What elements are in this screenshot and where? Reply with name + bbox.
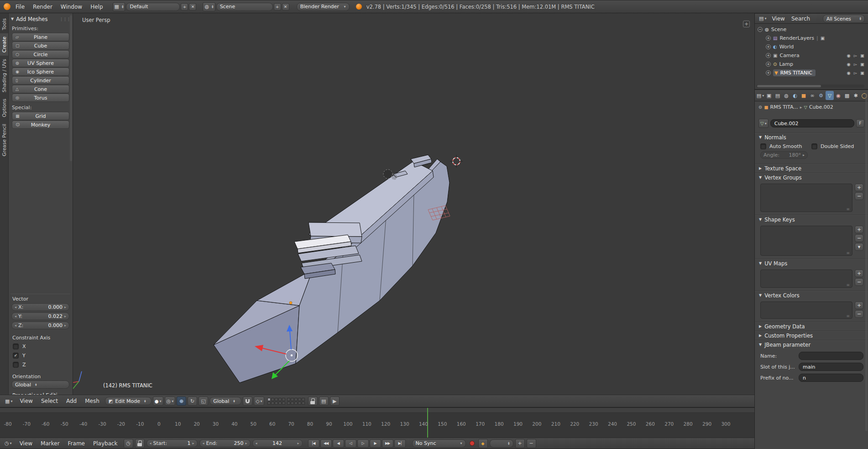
empty-object-icon[interactable] [392, 174, 397, 180]
lock-to-scene-button[interactable] [308, 396, 318, 406]
opengl-render-animation-button[interactable]: ▶ [330, 396, 340, 406]
keying-set-icon-button[interactable]: ◆ [478, 439, 488, 448]
outliner-row-world[interactable]: + ◐ World [758, 42, 868, 51]
expand-icon[interactable]: + [766, 53, 771, 58]
properties-tab-scene[interactable]: ◍ [782, 91, 790, 100]
renderability-camera-icon[interactable]: ▣ [860, 53, 864, 58]
decrement-arrow-icon[interactable]: ◂ [150, 441, 152, 445]
auto-smooth-angle-field[interactable]: Angle: 180° ▸ [760, 151, 808, 159]
lock-time-button[interactable] [135, 439, 145, 448]
remove-vertex-group-button[interactable]: − [855, 192, 863, 200]
uv-maps-panel-header[interactable]: ▼ UV Maps [755, 259, 868, 268]
properties-tab-object[interactable]: ■ [800, 91, 808, 100]
resize-grip-icon[interactable]: ≡ [846, 314, 850, 318]
previous-keyframe-button[interactable]: ◀◀ [320, 439, 332, 448]
editor-type-button[interactable]: ▤▾ [756, 91, 764, 100]
add-scene-button[interactable]: + [274, 3, 281, 11]
editor-type-button[interactable]: ▦▾ [3, 396, 14, 406]
decrement-arrow-icon[interactable]: ◂ [15, 314, 16, 318]
add-mesh-button[interactable]: ▱ Plane [12, 33, 69, 41]
expand-icon[interactable]: + [766, 70, 771, 75]
add-mesh-button[interactable]: ◉ Ico Sphere [12, 68, 69, 76]
shape-keys-list[interactable]: ≡ [760, 226, 852, 256]
menu-item[interactable]: Select [37, 396, 62, 406]
menu-item[interactable]: Add [62, 396, 81, 406]
properties-tab-render[interactable]: ▣ [765, 91, 773, 100]
screen-layout-browse-button[interactable]: ▦▲▼ [113, 2, 125, 11]
renderability-icon[interactable]: ▣ [821, 36, 825, 41]
normals-panel-header[interactable]: ▼ Normals [755, 132, 868, 142]
snap-element-dropdown[interactable]: ◇▾ [254, 396, 264, 406]
outliner-row-lamp[interactable]: + ⊙ Lamp ◉ ▻ ▣ [758, 60, 868, 69]
menu-item[interactable]: Playback [89, 438, 122, 449]
tool-shelf-scrollbar[interactable] [70, 15, 72, 161]
close-layout-button[interactable]: ✕ [189, 3, 196, 11]
vector-number-field[interactable]: ◂ Y: 0.022 ▸ [11, 312, 69, 320]
menu-item[interactable]: Help [86, 2, 107, 12]
scene-selector[interactable]: Scene [216, 3, 273, 11]
add-mesh-button[interactable]: ◍ UV Sphere [12, 59, 69, 67]
add-mesh-button[interactable]: ◎ Torus [12, 94, 69, 102]
start-frame-field[interactable]: ◂ Start: 1 ▸ [146, 439, 198, 447]
empty-object-icon[interactable] [383, 169, 392, 179]
menu-item[interactable]: Marker [37, 438, 63, 449]
vector-number-field[interactable]: ◂ X: 0.000 ▸ [11, 303, 69, 311]
tool-shelf-tab[interactable]: Shading / UVs [0, 56, 8, 95]
add-mesh-button[interactable]: ○ Circle [12, 50, 69, 58]
properties-tab-data[interactable]: ▽ [826, 91, 834, 100]
add-vertex-color-button[interactable]: + [855, 301, 863, 309]
resize-grip-icon[interactable]: ≡ [846, 251, 850, 255]
add-mesh-button[interactable]: ▦ Grid [12, 112, 69, 120]
properties-tab-texture[interactable]: ▩ [843, 91, 851, 100]
add-meshes-panel-header[interactable]: ▼ Add Meshes ⋮⋮⋮ [11, 15, 70, 23]
resize-grip-icon[interactable]: ≡ [846, 283, 850, 287]
properties-tab-particles[interactable]: ✱ [852, 91, 860, 100]
selected-vertex[interactable] [289, 301, 292, 304]
visibility-eye-icon[interactable]: ◉ [847, 70, 850, 75]
vertex-groups-list[interactable]: ≡ [760, 184, 852, 212]
jbeam-slot-input[interactable]: main [799, 363, 863, 371]
outliner-row-rms-titanic[interactable]: + ▼ RMS TITANIC ◉ ▻ ▣ [758, 69, 868, 77]
selectability-arrow-icon[interactable]: ▻ [854, 53, 857, 58]
insert-keyframe-button[interactable]: + [515, 439, 525, 448]
tool-shelf-tab[interactable]: Grease Pencil [0, 121, 8, 159]
orientation-dropdown[interactable]: Global ▲▼ [11, 380, 69, 389]
breadcrumb-data-name[interactable]: Cube.002 [809, 104, 833, 110]
display-filter-dropdown[interactable]: All Scenes ▲▼ [823, 15, 865, 23]
delete-keyframe-button[interactable]: − [527, 439, 536, 448]
record-button[interactable] [470, 441, 475, 446]
titanic-model[interactable] [214, 155, 450, 383]
tool-shelf-tab[interactable]: Options [0, 95, 8, 121]
opengl-render-image-button[interactable]: ▤ [319, 396, 329, 406]
increment-arrow-icon[interactable]: ▸ [64, 305, 66, 309]
render-engine-selector[interactable]: Blender Render▾ [297, 3, 350, 11]
resize-grip-icon[interactable]: ≡ [846, 207, 850, 211]
datablock-name-input[interactable]: Cube.002 [770, 119, 854, 127]
properties-tab-render-layers[interactable]: ▤ [774, 91, 782, 100]
constraint-axis-checkbox[interactable]: Z [13, 360, 69, 369]
visibility-eye-icon[interactable]: ◉ [847, 53, 850, 58]
menu-item[interactable]: Search [789, 14, 813, 24]
decrement-arrow-icon[interactable]: ◂ [256, 441, 257, 445]
menu-item[interactable]: View [16, 396, 37, 406]
properties-tab-world[interactable]: ◐ [791, 91, 799, 100]
play-button[interactable]: ▷ [357, 439, 369, 448]
add-mesh-button[interactable]: ▯ Cylinder [12, 76, 69, 85]
editor-type-button[interactable]: ◷▾ [3, 439, 14, 448]
increment-arrow-icon[interactable]: ▸ [64, 314, 66, 318]
constraint-axis-checkbox[interactable]: ✓ Y [13, 351, 69, 360]
uv-maps-list[interactable]: ≡ [760, 269, 852, 288]
decrement-arrow-icon[interactable]: ◂ [203, 441, 204, 445]
vertex-colors-list[interactable]: ≡ [760, 301, 852, 319]
auto-smooth-checkbox[interactable]: Auto Smooth [760, 143, 811, 149]
properties-tab-constraints[interactable]: ∞ [808, 91, 816, 100]
fake-user-button[interactable]: F [856, 119, 864, 127]
double-sided-checkbox[interactable]: Double Sided [811, 143, 863, 149]
shape-keys-panel-header[interactable]: ▼ Shape Keys [755, 215, 868, 224]
region-expand-button[interactable]: + [743, 21, 750, 27]
jbeam-prefix-input[interactable]: n [799, 374, 863, 382]
expand-icon[interactable]: + [766, 36, 771, 41]
add-uv-map-button[interactable]: + [855, 269, 863, 277]
menu-item[interactable]: View [16, 438, 37, 449]
expand-icon[interactable]: + [766, 44, 771, 49]
